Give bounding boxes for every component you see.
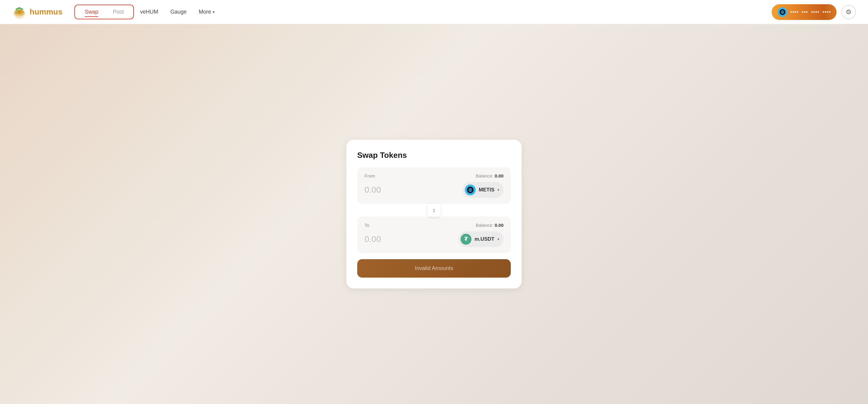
to-token-selector[interactable]: ₮ m.USDT ▾ (458, 231, 503, 247)
from-token-chevron-icon: ▾ (497, 188, 499, 192)
tab-pool[interactable]: Pool (105, 6, 131, 18)
to-amount-input[interactable] (365, 234, 425, 244)
to-token-name: m.USDT (474, 236, 494, 242)
invalid-amounts-button[interactable]: Invalid Amounts (357, 259, 511, 278)
from-balance-label: Balance: (476, 173, 493, 178)
usdt-token-icon: ₮ (461, 234, 471, 244)
nav-more-label: More (198, 9, 211, 15)
from-panel: From Balance: 0.00 (357, 167, 511, 204)
wallet-icon (778, 7, 787, 17)
from-panel-header: From Balance: 0.00 (365, 173, 503, 178)
swap-direction-button[interactable]: ↕ (427, 203, 441, 217)
gear-icon: ⚙ (846, 8, 852, 16)
settings-button[interactable]: ⚙ (841, 5, 856, 19)
logo-text: hummus (30, 7, 62, 17)
from-balance-value: 0.00 (495, 173, 503, 178)
from-input-row: METIS ▾ (365, 182, 503, 198)
metis-token-icon (465, 184, 476, 195)
to-label: To (365, 223, 369, 228)
nav-vehum[interactable]: veHUM (140, 9, 158, 15)
to-panel: To Balance: 0.00 ₮ m.USDT ▾ (357, 217, 511, 253)
to-input-row: ₮ m.USDT ▾ (365, 231, 503, 247)
logo-area: hummus (12, 5, 62, 19)
from-amount-input[interactable] (365, 185, 425, 195)
svg-point-3 (18, 10, 21, 13)
from-token-selector[interactable]: METIS ▾ (462, 182, 503, 198)
metis-icon-small (779, 9, 785, 15)
logo-icon (12, 5, 27, 19)
wallet-address-dots (790, 11, 831, 13)
to-balance-value: 0.00 (495, 223, 503, 228)
swap-arrows-icon: ↕ (433, 207, 435, 213)
nav-gauge[interactable]: Gauge (170, 9, 186, 15)
swap-card-title: Swap Tokens (357, 151, 511, 160)
swap-card: Swap Tokens From Balance: 0.00 (346, 140, 522, 288)
from-label: From (365, 173, 375, 178)
wallet-button[interactable] (772, 4, 837, 20)
usdt-symbol: ₮ (464, 236, 468, 242)
nav-links: veHUM Gauge More ▾ (140, 9, 772, 15)
to-balance-label: Balance: (476, 223, 493, 228)
main-content: Swap Tokens From Balance: 0.00 (0, 24, 868, 404)
from-balance: Balance: 0.00 (476, 173, 503, 178)
metis-svg (467, 186, 473, 193)
header-right: ⚙ (772, 4, 856, 20)
nav-more[interactable]: More ▾ (198, 9, 215, 15)
from-token-name: METIS (479, 187, 494, 193)
header: hummus Swap Pool veHUM Gauge More ▾ (0, 0, 868, 24)
to-balance: Balance: 0.00 (476, 223, 503, 228)
to-panel-header: To Balance: 0.00 (365, 223, 503, 228)
chevron-down-icon: ▾ (213, 10, 215, 14)
nav-tabs-wrapper: Swap Pool (74, 4, 134, 19)
to-token-chevron-icon: ▾ (497, 237, 499, 241)
tab-swap[interactable]: Swap (78, 6, 105, 18)
swap-direction-wrapper: ↕ (357, 203, 511, 217)
